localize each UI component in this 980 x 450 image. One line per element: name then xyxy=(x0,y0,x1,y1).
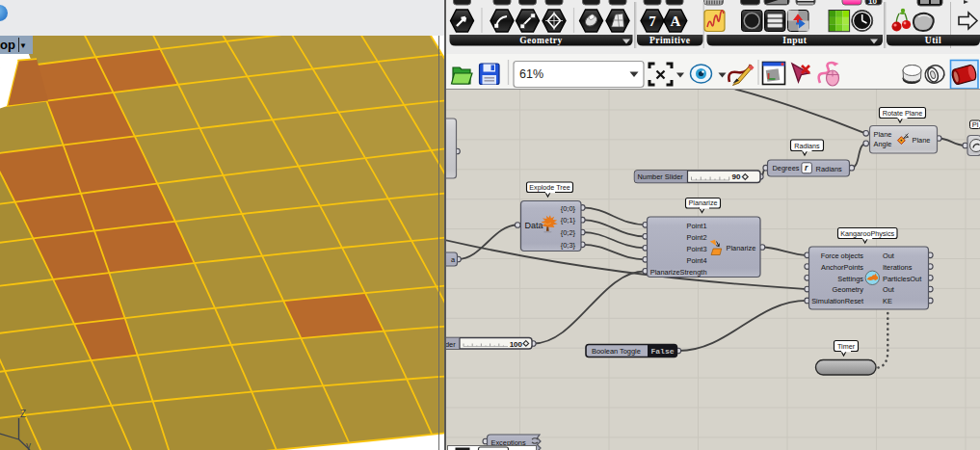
svg-text:Rotate Plane: Rotate Plane xyxy=(883,109,923,118)
svg-text:100: 100 xyxy=(510,340,523,349)
svg-text:10: 10 xyxy=(868,0,877,6)
svg-text:AnchorPoints: AnchorPoints xyxy=(821,263,863,272)
svg-text:Radians: Radians xyxy=(816,165,842,173)
svg-text:der: der xyxy=(446,340,456,349)
svg-text:{0;1}: {0;1} xyxy=(561,216,576,225)
svg-text:Input: Input xyxy=(782,36,808,45)
svg-text:Util: Util xyxy=(925,36,941,45)
svg-text:Planarize: Planarize xyxy=(689,199,718,207)
svg-text:Out: Out xyxy=(883,251,894,260)
svg-text:PlanarizeStrength: PlanarizeStrength xyxy=(650,268,707,277)
svg-text:Iterations: Iterations xyxy=(883,263,913,272)
svg-text:Point3: Point3 xyxy=(687,245,707,253)
svg-text:Plane: Plane xyxy=(874,130,892,139)
svg-text:y: y xyxy=(26,440,31,450)
svg-text:Settings: Settings xyxy=(837,275,863,283)
svg-text:Data: Data xyxy=(525,221,543,230)
svg-text:Boolean Toggle: Boolean Toggle xyxy=(592,347,641,356)
svg-text:Point2: Point2 xyxy=(687,233,707,242)
svg-text:Number Slider: Number Slider xyxy=(638,172,684,181)
svg-text:{0;0}: {0;0} xyxy=(561,204,576,213)
svg-text:Point4: Point4 xyxy=(687,256,707,265)
svg-text:Out: Out xyxy=(883,285,894,294)
svg-text:{0;2}: {0;2} xyxy=(561,228,576,237)
svg-text:KE: KE xyxy=(883,297,892,305)
svg-text:Planarize: Planarize xyxy=(727,244,756,252)
svg-text:Plane: Plane xyxy=(913,136,931,145)
svg-text:Primitive: Primitive xyxy=(649,36,690,45)
svg-text:False: False xyxy=(651,347,675,356)
svg-text:Point1: Point1 xyxy=(687,222,707,230)
svg-text:Geometry: Geometry xyxy=(833,285,864,294)
svg-text:Radians: Radians xyxy=(794,142,820,150)
svg-text:{0;3}: {0;3} xyxy=(561,241,576,250)
svg-text:Z: Z xyxy=(20,409,26,419)
svg-text:A: A xyxy=(670,13,680,29)
svg-text:Force objects: Force objects xyxy=(821,251,864,260)
svg-text:SimulationReset: SimulationReset xyxy=(811,297,863,305)
svg-text:7: 7 xyxy=(649,13,656,29)
svg-text:Timer: Timer xyxy=(837,342,856,351)
svg-text:Explode Tree: Explode Tree xyxy=(529,183,569,192)
svg-text:Angle: Angle xyxy=(874,140,892,148)
svg-text:90: 90 xyxy=(732,172,741,181)
svg-text:61%: 61% xyxy=(519,67,543,81)
svg-text:Pl: Pl xyxy=(972,120,979,129)
svg-text:Degrees: Degrees xyxy=(773,164,800,172)
svg-text:KangarooPhysics: KangarooPhysics xyxy=(840,229,894,238)
svg-text:ParticlesOut: ParticlesOut xyxy=(883,275,921,283)
svg-text:Geometry: Geometry xyxy=(519,36,563,45)
